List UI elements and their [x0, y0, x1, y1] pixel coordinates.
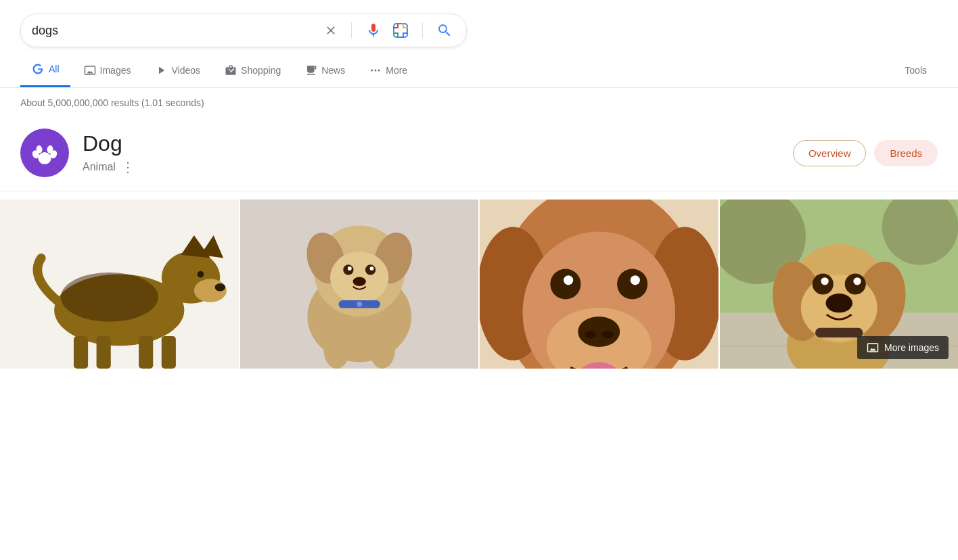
tab-shopping-label: Shopping: [241, 65, 281, 76]
entity-type: Animal: [83, 161, 116, 173]
image-strip: More images: [0, 200, 958, 369]
divider: [0, 191, 958, 191]
svg-point-16: [198, 271, 204, 278]
nav-tabs: All Images Videos Shopping News More To: [0, 53, 958, 88]
voice-search-button[interactable]: [363, 20, 384, 41]
svg-rect-19: [139, 336, 153, 369]
dog-image-3[interactable]: [480, 200, 718, 369]
tab-news-label: News: [321, 65, 345, 76]
svg-point-30: [347, 266, 351, 271]
svg-point-47: [617, 269, 647, 299]
search-button[interactable]: [434, 20, 455, 41]
results-count: About 5,000,000,000 results (1.01 second…: [0, 88, 958, 118]
entity-panel: Dog Animal ⋮ Overview Breeds: [0, 118, 958, 191]
svg-point-48: [564, 275, 573, 285]
svg-point-4: [38, 152, 51, 164]
tab-videos-label: Videos: [171, 65, 200, 76]
svg-point-45: [601, 331, 613, 338]
search-divider-2: [422, 22, 423, 39]
clear-button[interactable]: [321, 21, 340, 40]
svg-point-34: [357, 302, 362, 307]
image-search-button[interactable]: [390, 20, 411, 41]
dog-image-2[interactable]: [240, 200, 479, 369]
svg-point-21: [61, 273, 158, 322]
more-images-label: More images: [884, 342, 939, 353]
dog-image-4[interactable]: More images: [720, 200, 959, 369]
entity-actions: Overview Breeds: [793, 140, 938, 166]
svg-point-32: [352, 277, 365, 285]
search-bar: [20, 14, 467, 47]
entity-type-row: Animal ⋮: [83, 159, 135, 175]
tab-all-label: All: [49, 64, 60, 74]
tab-videos[interactable]: Videos: [144, 55, 211, 86]
tab-more-label: More: [386, 65, 407, 76]
svg-point-49: [631, 275, 640, 285]
svg-point-1: [371, 69, 373, 71]
entity-more-button[interactable]: ⋮: [121, 159, 135, 175]
svg-point-2: [375, 69, 377, 71]
svg-point-31: [369, 266, 373, 271]
search-divider: [351, 22, 352, 39]
more-images-button[interactable]: More images: [857, 336, 949, 359]
breeds-button[interactable]: Breeds: [874, 140, 938, 166]
svg-rect-18: [97, 336, 111, 369]
entity-name: Dog: [83, 131, 135, 156]
svg-rect-20: [162, 336, 176, 369]
svg-point-3: [378, 69, 380, 71]
entity-icon: [20, 129, 69, 177]
svg-point-35: [323, 329, 349, 369]
tab-shopping[interactable]: Shopping: [214, 55, 292, 86]
entity-info: Dog Animal ⋮: [83, 131, 135, 175]
tab-images-label: Images: [100, 65, 131, 76]
svg-point-15: [215, 283, 225, 291]
svg-point-68: [825, 294, 852, 312]
tab-images[interactable]: Images: [73, 55, 142, 86]
tab-more[interactable]: More: [359, 55, 418, 86]
svg-point-44: [585, 331, 596, 338]
search-input[interactable]: [32, 24, 316, 38]
svg-rect-0: [394, 24, 407, 37]
tab-all[interactable]: All: [20, 53, 70, 87]
svg-point-43: [578, 317, 620, 347]
tab-news[interactable]: News: [294, 55, 356, 86]
svg-point-66: [821, 277, 828, 285]
svg-point-36: [369, 329, 394, 369]
svg-rect-69: [815, 328, 863, 337]
dog-image-1[interactable]: [0, 200, 239, 369]
svg-rect-17: [74, 336, 88, 369]
svg-point-67: [853, 277, 861, 285]
header: [0, 0, 958, 47]
tools-button[interactable]: Tools: [894, 55, 938, 85]
overview-button[interactable]: Overview: [793, 140, 867, 166]
